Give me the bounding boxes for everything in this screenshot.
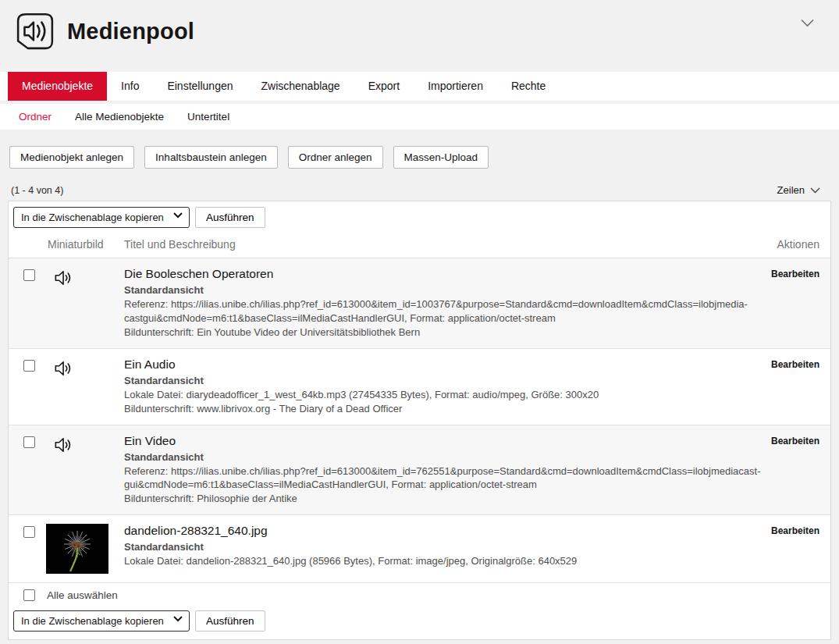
edit-link[interactable]: Bearbeiten [771,436,819,447]
edit-link[interactable]: Bearbeiten [771,359,819,370]
table-row: Die Booleschen Operatoren Standardansich… [9,258,830,349]
subtab-untertitel[interactable]: Untertitel [187,111,229,123]
toolbar: Medienobjekt anlegen Inhaltsbaustein anl… [9,146,839,169]
media-object-reference: Referenz: https://ilias.unibe.ch/ilias.p… [124,297,819,326]
table-meta-row: (1 - 4 von 4) Zeilen [11,184,820,196]
chevron-down-icon[interactable] [801,19,814,27]
bulk-action-controls-top: In die Zwischenablage kopieren Ausführen [9,201,830,233]
create-media-object-button[interactable]: Medienobjekt anlegen [9,146,134,169]
edit-link[interactable]: Bearbeiten [771,269,819,279]
audio-speaker-icon [52,358,124,416]
tab-medienobjekte[interactable]: Medienobjekte [8,72,107,101]
row-checkbox[interactable] [23,269,35,281]
select-all-checkbox[interactable] [23,589,35,601]
table-row: Ein Video Standardansicht Referenz: http… [9,425,830,516]
select-all-label: Alle auswählen [47,589,118,601]
media-object-title[interactable]: Ein Audio [124,358,819,372]
media-object-title[interactable]: dandelion-288321_640.jpg [124,524,819,538]
media-objects-table: In die Zwischenablage kopieren Ausführen… [8,201,831,640]
tab-export[interactable]: Export [354,72,414,101]
media-object-title[interactable]: Die Booleschen Operatoren [124,267,819,281]
mediapool-icon [16,12,55,51]
media-object-caption: Bildunterschrift: Philosophie der Antike [124,492,819,506]
media-object-caption: Bildunterschrift: www.librivox.org - The… [124,402,819,416]
subtab-ordner[interactable]: Ordner [19,111,52,123]
tab-importieren[interactable]: Importieren [414,72,497,101]
tab-einstellungen[interactable]: Einstellungen [153,72,247,101]
media-object-view: Standardansicht [124,540,819,554]
media-object-view: Standardansicht [124,283,819,297]
select-all-row: Alle auswählen [9,583,830,607]
audio-speaker-icon [52,435,124,507]
bulk-upload-button[interactable]: Massen-Upload [393,146,489,169]
subtab-bar: Ordner Alle Medienobjekte Untertitel [0,104,839,130]
bulk-action-select-bottom[interactable]: In die Zwischenablage kopieren [13,610,190,632]
table-row: Ein Audio Standardansicht Lokale Datei: … [9,349,830,425]
table-row: dandelion-288321_640.jpg Standardansicht… [9,515,830,583]
dandelion-thumbnail-image [43,524,124,574]
bulk-action-select-top[interactable]: In die Zwischenablage kopieren [13,207,190,228]
column-header-actions: Aktionen [749,238,819,251]
column-header-title-description: Titel und Beschreibung [124,238,749,251]
tab-rechte[interactable]: Rechte [497,72,560,101]
row-checkbox[interactable] [23,360,35,372]
subtab-alle-medienobjekte[interactable]: Alle Medienobjekte [75,111,164,123]
execute-button-bottom[interactable]: Ausführen [195,610,265,632]
media-object-reference: Referenz: https://ilias.unibe.ch/ilias.p… [124,464,819,493]
column-header-thumbnail: Miniaturbild [48,238,124,251]
rows-dropdown-label: Zeilen [777,184,805,196]
media-object-local-file: Lokale Datei: diarydeadofficer_1_west_64… [124,388,819,402]
tab-bar: Medienobjekte Info Einstellungen Zwische… [0,72,839,101]
row-checkbox[interactable] [23,526,35,538]
media-object-view: Standardansicht [124,374,819,388]
rows-dropdown[interactable]: Zeilen [777,184,820,196]
chevron-down-icon [810,187,820,194]
tab-info[interactable]: Info [107,72,153,101]
media-object-view: Standardansicht [124,450,819,464]
page-header: Medienpool [0,0,839,58]
row-checkbox[interactable] [23,436,35,448]
audio-speaker-icon [52,268,124,340]
table-header-row: Miniaturbild Titel und Beschreibung Akti… [9,233,830,258]
bulk-action-controls-bottom: In die Zwischenablage kopieren Ausführen [9,607,830,639]
result-range-top: (1 - 4 von 4) [11,185,63,196]
create-folder-button[interactable]: Ordner anlegen [288,146,383,169]
execute-button-top[interactable]: Ausführen [195,207,265,228]
create-content-snippet-button[interactable]: Inhaltsbaustein anlegen [144,146,278,169]
media-object-title[interactable]: Ein Video [124,434,819,448]
page-title: Medienpool [67,19,194,44]
media-object-caption: Bildunterschrift: Ein Youtube Video der … [124,326,819,340]
media-object-local-file: Lokale Datei: dandelion-288321_640.jpg (… [124,554,819,568]
tab-zwischenablage[interactable]: Zwischenablage [247,72,354,101]
edit-link[interactable]: Bearbeiten [771,525,819,536]
